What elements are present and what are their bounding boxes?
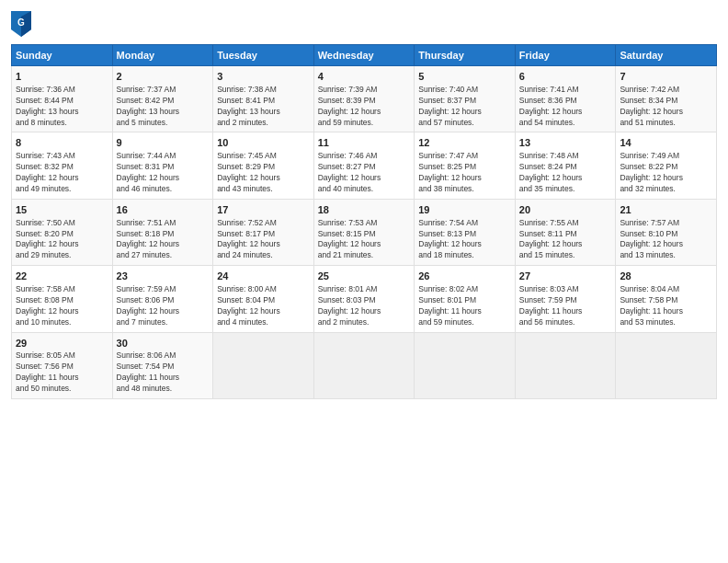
day-info: Sunrise: 7:40 AM Sunset: 8:37 PM Dayligh… xyxy=(418,85,511,129)
calendar-cell: 6Sunrise: 7:41 AM Sunset: 8:36 PM Daylig… xyxy=(515,66,616,132)
calendar-cell: 7Sunrise: 7:42 AM Sunset: 8:34 PM Daylig… xyxy=(616,66,717,132)
day-info: Sunrise: 7:48 AM Sunset: 8:24 PM Dayligh… xyxy=(519,151,612,195)
day-info: Sunrise: 7:58 AM Sunset: 8:08 PM Dayligh… xyxy=(16,284,108,328)
day-number: 29 xyxy=(16,337,108,350)
day-info: Sunrise: 7:41 AM Sunset: 8:36 PM Dayligh… xyxy=(519,85,612,129)
day-number: 25 xyxy=(318,270,411,283)
day-number: 26 xyxy=(418,270,511,283)
day-number: 17 xyxy=(217,203,310,217)
day-info: Sunrise: 7:46 AM Sunset: 8:27 PM Dayligh… xyxy=(318,151,411,195)
day-number: 13 xyxy=(519,136,612,150)
day-number: 21 xyxy=(620,203,712,217)
day-number: 9 xyxy=(117,136,210,150)
calendar-cell xyxy=(515,332,616,398)
day-number: 10 xyxy=(217,136,310,150)
calendar-cell: 4Sunrise: 7:39 AM Sunset: 8:39 PM Daylig… xyxy=(313,66,415,132)
calendar-cell: 1Sunrise: 7:36 AM Sunset: 8:44 PM Daylig… xyxy=(12,66,113,132)
day-number: 24 xyxy=(217,270,310,283)
day-info: Sunrise: 8:03 AM Sunset: 7:59 PM Dayligh… xyxy=(519,284,612,328)
calendar-cell: 29Sunrise: 8:05 AM Sunset: 7:56 PM Dayli… xyxy=(12,332,113,398)
day-number: 11 xyxy=(318,136,411,150)
day-info: Sunrise: 7:51 AM Sunset: 8:18 PM Dayligh… xyxy=(117,218,210,262)
calendar-cell: 14Sunrise: 7:49 AM Sunset: 8:22 PM Dayli… xyxy=(616,132,717,199)
day-info: Sunrise: 7:43 AM Sunset: 8:32 PM Dayligh… xyxy=(16,151,108,195)
calendar-table: SundayMondayTuesdayWednesdayThursdayFrid… xyxy=(11,44,717,399)
day-of-week-header: Monday xyxy=(112,45,213,66)
calendar-cell xyxy=(313,332,415,398)
day-of-week-header: Thursday xyxy=(415,45,516,66)
day-info: Sunrise: 8:01 AM Sunset: 8:03 PM Dayligh… xyxy=(318,284,411,328)
calendar-cell: 22Sunrise: 7:58 AM Sunset: 8:08 PM Dayli… xyxy=(12,266,113,332)
calendar-cell: 17Sunrise: 7:52 AM Sunset: 8:17 PM Dayli… xyxy=(213,199,314,265)
day-number: 7 xyxy=(620,70,712,84)
day-info: Sunrise: 7:44 AM Sunset: 8:31 PM Dayligh… xyxy=(117,151,210,195)
day-info: Sunrise: 7:52 AM Sunset: 8:17 PM Dayligh… xyxy=(217,218,310,262)
day-info: Sunrise: 7:42 AM Sunset: 8:34 PM Dayligh… xyxy=(620,85,712,129)
day-number: 14 xyxy=(620,136,712,150)
day-info: Sunrise: 8:06 AM Sunset: 7:54 PM Dayligh… xyxy=(117,350,210,395)
day-info: Sunrise: 7:53 AM Sunset: 8:15 PM Dayligh… xyxy=(318,218,411,262)
calendar-cell: 10Sunrise: 7:45 AM Sunset: 8:29 PM Dayli… xyxy=(213,132,314,199)
day-info: Sunrise: 7:36 AM Sunset: 8:44 PM Dayligh… xyxy=(16,85,108,129)
day-info: Sunrise: 7:50 AM Sunset: 8:20 PM Dayligh… xyxy=(16,218,108,262)
day-number: 30 xyxy=(117,337,210,350)
day-info: Sunrise: 8:04 AM Sunset: 7:58 PM Dayligh… xyxy=(620,284,712,328)
day-of-week-header: Wednesday xyxy=(313,45,415,66)
calendar-cell: 11Sunrise: 7:46 AM Sunset: 8:27 PM Dayli… xyxy=(313,132,415,199)
day-info: Sunrise: 8:00 AM Sunset: 8:04 PM Dayligh… xyxy=(217,284,310,328)
calendar-cell: 2Sunrise: 7:37 AM Sunset: 8:42 PM Daylig… xyxy=(112,66,213,132)
calendar-cell: 24Sunrise: 8:00 AM Sunset: 8:04 PM Dayli… xyxy=(213,266,314,332)
svg-text:G: G xyxy=(17,17,25,28)
day-of-week-header: Friday xyxy=(515,45,616,66)
logo-icon: G xyxy=(11,11,31,37)
calendar-cell: 23Sunrise: 7:59 AM Sunset: 8:06 PM Dayli… xyxy=(112,266,213,332)
day-info: Sunrise: 7:57 AM Sunset: 8:10 PM Dayligh… xyxy=(620,218,712,262)
day-info: Sunrise: 7:47 AM Sunset: 8:25 PM Dayligh… xyxy=(418,151,511,195)
calendar-cell: 27Sunrise: 8:03 AM Sunset: 7:59 PM Dayli… xyxy=(515,266,616,332)
calendar-cell: 30Sunrise: 8:06 AM Sunset: 7:54 PM Dayli… xyxy=(112,332,213,398)
day-number: 18 xyxy=(318,203,411,217)
day-number: 28 xyxy=(620,270,712,283)
day-number: 16 xyxy=(117,203,210,217)
day-of-week-header: Sunday xyxy=(12,45,113,66)
day-info: Sunrise: 7:37 AM Sunset: 8:42 PM Dayligh… xyxy=(117,85,210,129)
day-info: Sunrise: 7:38 AM Sunset: 8:41 PM Dayligh… xyxy=(217,85,310,129)
calendar-cell xyxy=(213,332,314,398)
calendar-cell: 12Sunrise: 7:47 AM Sunset: 8:25 PM Dayli… xyxy=(415,132,516,199)
day-number: 20 xyxy=(519,203,612,217)
day-number: 8 xyxy=(16,136,108,150)
day-number: 22 xyxy=(16,270,108,283)
day-info: Sunrise: 8:02 AM Sunset: 8:01 PM Dayligh… xyxy=(418,284,511,328)
calendar-cell: 16Sunrise: 7:51 AM Sunset: 8:18 PM Dayli… xyxy=(112,199,213,265)
calendar-cell: 28Sunrise: 8:04 AM Sunset: 7:58 PM Dayli… xyxy=(616,266,717,332)
day-number: 3 xyxy=(217,70,310,84)
page-header: G xyxy=(11,11,717,37)
calendar-cell: 25Sunrise: 8:01 AM Sunset: 8:03 PM Dayli… xyxy=(313,266,415,332)
calendar-cell: 21Sunrise: 7:57 AM Sunset: 8:10 PM Dayli… xyxy=(616,199,717,265)
calendar-cell: 18Sunrise: 7:53 AM Sunset: 8:15 PM Dayli… xyxy=(313,199,415,265)
calendar-cell: 15Sunrise: 7:50 AM Sunset: 8:20 PM Dayli… xyxy=(12,199,113,265)
day-number: 15 xyxy=(16,203,108,217)
logo: G xyxy=(11,11,35,37)
calendar-cell: 13Sunrise: 7:48 AM Sunset: 8:24 PM Dayli… xyxy=(515,132,616,199)
day-of-week-header: Tuesday xyxy=(213,45,314,66)
calendar-cell: 19Sunrise: 7:54 AM Sunset: 8:13 PM Dayli… xyxy=(415,199,516,265)
day-number: 2 xyxy=(117,70,210,84)
day-info: Sunrise: 7:59 AM Sunset: 8:06 PM Dayligh… xyxy=(117,284,210,328)
day-info: Sunrise: 7:55 AM Sunset: 8:11 PM Dayligh… xyxy=(519,218,612,262)
day-number: 27 xyxy=(519,270,612,283)
day-info: Sunrise: 7:45 AM Sunset: 8:29 PM Dayligh… xyxy=(217,151,310,195)
calendar-cell xyxy=(415,332,516,398)
day-info: Sunrise: 7:39 AM Sunset: 8:39 PM Dayligh… xyxy=(318,85,411,129)
day-info: Sunrise: 7:54 AM Sunset: 8:13 PM Dayligh… xyxy=(418,218,511,262)
day-number: 1 xyxy=(16,70,108,84)
calendar-cell: 9Sunrise: 7:44 AM Sunset: 8:31 PM Daylig… xyxy=(112,132,213,199)
calendar-cell: 3Sunrise: 7:38 AM Sunset: 8:41 PM Daylig… xyxy=(213,66,314,132)
day-number: 23 xyxy=(117,270,210,283)
day-of-week-header: Saturday xyxy=(616,45,717,66)
day-info: Sunrise: 7:49 AM Sunset: 8:22 PM Dayligh… xyxy=(620,151,712,195)
calendar-cell: 26Sunrise: 8:02 AM Sunset: 8:01 PM Dayli… xyxy=(415,266,516,332)
calendar-cell: 8Sunrise: 7:43 AM Sunset: 8:32 PM Daylig… xyxy=(12,132,113,199)
day-info: Sunrise: 8:05 AM Sunset: 7:56 PM Dayligh… xyxy=(16,350,108,395)
calendar-cell: 20Sunrise: 7:55 AM Sunset: 8:11 PM Dayli… xyxy=(515,199,616,265)
